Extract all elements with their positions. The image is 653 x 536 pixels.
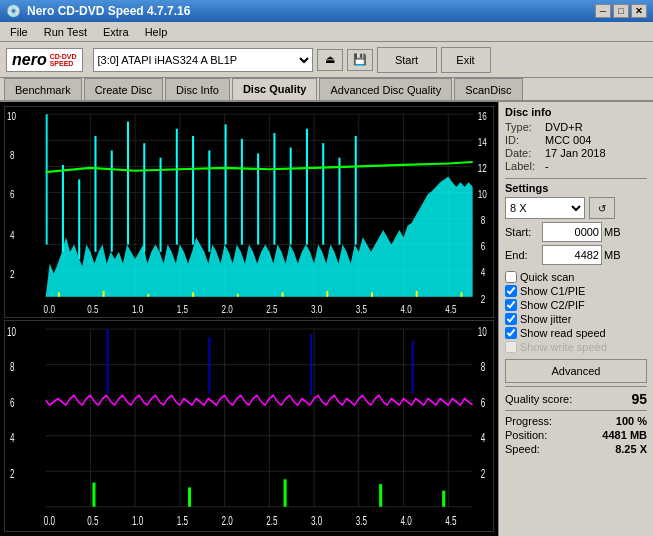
speed-select[interactable]: 8 X xyxy=(505,197,585,219)
start-input[interactable] xyxy=(542,222,602,242)
quick-scan-row: Quick scan xyxy=(505,271,647,283)
svg-rect-58 xyxy=(326,291,328,297)
disc-type-row: Type: DVD+R xyxy=(505,121,647,133)
svg-text:6: 6 xyxy=(481,240,486,253)
svg-text:4.0: 4.0 xyxy=(400,513,411,527)
progress-section: Progress: 100 % Position: 4481 MB Speed:… xyxy=(505,415,647,455)
tab-disc-quality[interactable]: Disc Quality xyxy=(232,78,318,100)
show-read-speed-label: Show read speed xyxy=(520,327,606,339)
svg-rect-98 xyxy=(92,483,95,507)
show-c2-pif-label: Show C2/PIF xyxy=(520,299,585,311)
svg-text:0.5: 0.5 xyxy=(87,513,98,527)
divider1 xyxy=(505,178,647,179)
svg-text:6: 6 xyxy=(10,395,15,409)
tab-disc-info[interactable]: Disc Info xyxy=(165,78,230,100)
svg-text:0.5: 0.5 xyxy=(87,302,99,315)
svg-rect-54 xyxy=(147,294,149,297)
advanced-button[interactable]: Advanced xyxy=(505,359,647,383)
svg-rect-53 xyxy=(103,291,105,297)
show-write-speed-checkbox xyxy=(505,341,517,353)
tab-benchmark[interactable]: Benchmark xyxy=(4,78,82,100)
menu-extra[interactable]: Extra xyxy=(97,24,135,40)
svg-rect-45 xyxy=(257,153,259,244)
disc-type-value: DVD+R xyxy=(545,121,583,133)
svg-text:2.0: 2.0 xyxy=(222,513,233,527)
speed-value: 8.25 X xyxy=(615,443,647,455)
svg-rect-50 xyxy=(338,158,340,245)
svg-rect-56 xyxy=(237,294,239,297)
divider3 xyxy=(505,410,647,411)
maximize-button[interactable]: □ xyxy=(613,4,629,18)
speed-row-progress: Speed: 8.25 X xyxy=(505,443,647,455)
svg-text:1.0: 1.0 xyxy=(132,513,143,527)
start-unit: MB xyxy=(604,226,621,238)
svg-text:16: 16 xyxy=(478,110,487,123)
start-button[interactable]: Start xyxy=(377,47,437,73)
exit-button[interactable]: Exit xyxy=(441,47,491,73)
chart2-svg: 10 8 6 4 2 10 8 6 4 2 xyxy=(5,321,493,531)
tab-create-disc[interactable]: Create Disc xyxy=(84,78,163,100)
show-jitter-row: Show jitter xyxy=(505,313,647,325)
svg-rect-34 xyxy=(78,179,80,259)
charts-area: 16 14 12 10 8 6 4 2 10 8 6 4 2 xyxy=(0,102,498,536)
end-label: End: xyxy=(505,249,540,261)
svg-text:4.5: 4.5 xyxy=(445,302,457,315)
show-c1-pie-checkbox[interactable] xyxy=(505,285,517,297)
chart1-svg: 16 14 12 10 8 6 4 2 10 8 6 4 2 xyxy=(5,107,493,317)
disc-date-value: 17 Jan 2018 xyxy=(545,147,606,159)
svg-text:4: 4 xyxy=(10,430,15,444)
svg-rect-46 xyxy=(273,133,275,245)
svg-rect-102 xyxy=(442,491,445,507)
svg-rect-35 xyxy=(94,136,96,252)
position-label: Position: xyxy=(505,429,560,441)
svg-text:8: 8 xyxy=(10,149,15,162)
svg-text:3.0: 3.0 xyxy=(311,302,323,315)
menu-help[interactable]: Help xyxy=(139,24,174,40)
disc-id-label: ID: xyxy=(505,134,545,146)
disc-info-title: Disc info xyxy=(505,106,647,118)
end-unit: MB xyxy=(604,249,621,261)
toolbar: nero CD·DVDSPEED [3:0] ATAPI iHAS324 A B… xyxy=(0,42,653,78)
quality-score-row: Quality score: 95 xyxy=(505,391,647,407)
end-input[interactable] xyxy=(542,245,602,265)
svg-text:2: 2 xyxy=(481,292,486,305)
svg-rect-47 xyxy=(290,148,292,245)
window-title: Nero CD-DVD Speed 4.7.7.16 xyxy=(27,4,190,18)
start-label: Start: xyxy=(505,226,540,238)
disc-type-label: Type: xyxy=(505,121,545,133)
disc-label-row: Label: - xyxy=(505,160,647,172)
svg-rect-44 xyxy=(241,139,243,245)
refresh-button[interactable]: ↺ xyxy=(589,197,615,219)
progress-label: Progress: xyxy=(505,415,560,427)
svg-text:10: 10 xyxy=(7,110,16,123)
svg-rect-42 xyxy=(208,150,210,251)
eject-button[interactable]: ⏏ xyxy=(317,49,343,71)
svg-rect-41 xyxy=(192,136,194,245)
show-write-speed-label: Show write speed xyxy=(520,341,607,353)
svg-text:2: 2 xyxy=(481,466,486,480)
divider2 xyxy=(505,386,647,387)
svg-text:2.5: 2.5 xyxy=(266,513,277,527)
svg-text:14: 14 xyxy=(478,136,487,149)
show-read-speed-checkbox[interactable] xyxy=(505,327,517,339)
close-button[interactable]: ✕ xyxy=(631,4,647,18)
menu-run-test[interactable]: Run Test xyxy=(38,24,93,40)
svg-text:10: 10 xyxy=(478,188,487,201)
svg-rect-103 xyxy=(107,329,109,394)
save-button[interactable]: 💾 xyxy=(347,49,373,71)
tab-scandisc[interactable]: ScanDisc xyxy=(454,78,522,100)
svg-rect-61 xyxy=(460,292,462,296)
menu-file[interactable]: File xyxy=(4,24,34,40)
minimize-button[interactable]: ─ xyxy=(595,4,611,18)
nero-logo-text: nero xyxy=(12,51,47,69)
drive-select[interactable]: [3:0] ATAPI iHAS324 A BL1P xyxy=(93,48,313,72)
tabs-bar: Benchmark Create Disc Disc Info Disc Qua… xyxy=(0,78,653,102)
svg-rect-32 xyxy=(46,114,48,244)
svg-rect-101 xyxy=(379,484,382,507)
show-jitter-checkbox[interactable] xyxy=(505,313,517,325)
tab-advanced-disc-quality[interactable]: Advanced Disc Quality xyxy=(319,78,452,100)
svg-rect-33 xyxy=(62,165,64,252)
chart2-container: 10 8 6 4 2 10 8 6 4 2 xyxy=(4,320,494,532)
show-c2-pif-checkbox[interactable] xyxy=(505,299,517,311)
quick-scan-checkbox[interactable] xyxy=(505,271,517,283)
